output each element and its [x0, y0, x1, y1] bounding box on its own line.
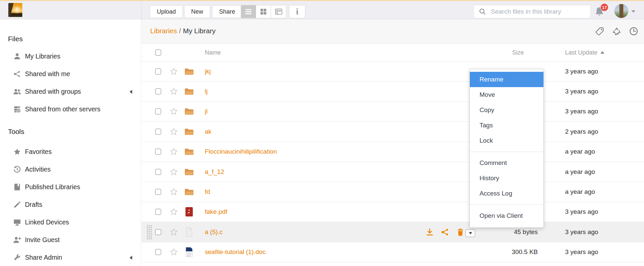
menu-item-move[interactable]: Move	[470, 87, 543, 102]
list-view-button[interactable]	[241, 5, 256, 18]
trash-button[interactable]	[611, 26, 622, 36]
sidebar-item-published-libraries[interactable]: Published Libraries	[0, 178, 141, 196]
caret-left-icon[interactable]	[130, 90, 132, 94]
star-outline-icon[interactable]	[169, 87, 178, 96]
file-name-link[interactable]: fd	[205, 188, 210, 196]
menu-item-tags[interactable]: Tags	[470, 118, 543, 133]
menu-item-copy[interactable]: Copy	[470, 102, 543, 118]
notifications-button[interactable]: 17	[594, 5, 609, 19]
tags-button[interactable]	[594, 26, 605, 36]
row-checkbox[interactable]	[155, 88, 161, 94]
select-all-checkbox[interactable]	[155, 50, 161, 56]
menu-item-rename[interactable]: Rename	[470, 72, 543, 87]
row-checkbox[interactable]	[155, 189, 161, 195]
star-outline-icon[interactable]	[169, 248, 178, 256]
menu-item-lock[interactable]: Lock	[470, 133, 543, 148]
drag-handle[interactable]	[147, 225, 152, 240]
star-outline-icon[interactable]	[169, 207, 178, 216]
table-row[interactable]: a_f_12a year ago	[142, 162, 644, 182]
star-outline-icon[interactable]	[169, 228, 178, 236]
grid-view-button[interactable]	[256, 5, 271, 18]
sidebar-item-invite-guest[interactable]: Invite Guest	[0, 231, 141, 249]
sidebar-item-my-libraries[interactable]: My Libraries	[0, 48, 141, 65]
table-row[interactable]: jkj3 years ago	[142, 62, 644, 81]
avatar-caret-icon[interactable]	[631, 10, 635, 13]
menu-item-open-via-client[interactable]: Open via Client	[470, 208, 543, 223]
star-outline-icon[interactable]	[169, 147, 178, 156]
caret-left-icon[interactable]	[130, 256, 132, 260]
table-row[interactable]: lj3 years ago	[142, 81, 644, 101]
breadcrumb: Libraries/My Library	[150, 27, 215, 35]
menu-item-history[interactable]: History	[470, 171, 543, 186]
sidebar-item-shared-with-me[interactable]: Shared with me	[0, 65, 141, 83]
sidebar-item-label: Shared from other servers	[25, 105, 101, 113]
star-outline-icon[interactable]	[169, 168, 178, 176]
sidebar-item-share-admin[interactable]: Share Admin	[0, 249, 141, 266]
file-name-link[interactable]: fake.pdf	[205, 208, 227, 215]
wrench-icon	[13, 253, 21, 262]
file-name-link[interactable]: seafile-tutorial (1).doc	[205, 248, 266, 256]
download-button[interactable]	[425, 227, 434, 236]
menu-divider	[470, 204, 543, 205]
row-checkbox[interactable]	[155, 249, 161, 255]
search-input[interactable]	[486, 5, 590, 18]
more-actions-dropdown-button[interactable]	[466, 229, 475, 237]
star-outline-icon[interactable]	[169, 107, 178, 116]
row-checkbox[interactable]	[155, 169, 161, 175]
sidebar-item-shared-from-other-servers[interactable]: Shared from other servers	[0, 100, 141, 118]
app-logo[interactable]	[8, 3, 22, 17]
file-name-link[interactable]: lj	[205, 88, 207, 95]
table-row[interactable]: Floccinaucinihilipilificationa year ago	[142, 142, 644, 162]
row-checkbox[interactable]	[155, 209, 161, 215]
column-header-name[interactable]: Name	[205, 49, 221, 56]
row-checkbox[interactable]	[155, 108, 161, 114]
new-button[interactable]: New	[184, 5, 210, 18]
column-header-size[interactable]: Size	[512, 49, 524, 56]
recycle-icon	[612, 26, 622, 36]
file-name-link[interactable]: a (5).c	[205, 228, 223, 236]
sidebar-item-drafts[interactable]: Drafts	[0, 196, 141, 213]
table-row[interactable]: a (5).c45 bytes3 years ago	[142, 222, 644, 242]
sidebar-item-favorites[interactable]: Favorites	[0, 143, 141, 161]
row-checkbox[interactable]	[155, 129, 161, 135]
sidebar-item-label: Shared with groups	[25, 88, 81, 95]
file-name-link[interactable]: ak	[205, 128, 211, 135]
menu-divider	[470, 152, 543, 152]
table-row[interactable]: seafile-tutorial (1).doc300.5 KB3 years …	[142, 242, 644, 262]
sidebar-item-label: Share Admin	[25, 254, 62, 261]
menu-item-access-log[interactable]: Access Log	[470, 186, 543, 201]
users-icon	[13, 87, 21, 96]
row-checkbox[interactable]	[155, 229, 161, 235]
folder-icon	[184, 106, 194, 116]
table-row[interactable]: ak2 years ago	[142, 122, 644, 142]
file-name-link[interactable]: a_f_12	[205, 168, 224, 176]
column-header-last-update[interactable]: Last Update	[565, 49, 604, 56]
sidebar-item-linked-devices[interactable]: Linked Devices	[0, 213, 141, 231]
sidebar-item-shared-with-groups[interactable]: Shared with groups	[0, 83, 141, 100]
file-name-link[interactable]: Floccinaucinihilipilification	[205, 148, 277, 155]
table-row[interactable]: fda year ago	[142, 182, 644, 202]
detail-view-icon	[274, 7, 283, 16]
breadcrumb-libraries-link[interactable]: Libraries	[150, 27, 177, 35]
star-outline-icon[interactable]	[169, 188, 178, 196]
table-row[interactable]: jl3 years ago	[142, 102, 644, 122]
table-row[interactable]: fake.pdf3 years ago	[142, 202, 644, 222]
upload-button[interactable]: Upload	[150, 5, 183, 18]
file-name-link[interactable]: jkj	[205, 68, 211, 75]
sidebar-item-activities[interactable]: Activities	[0, 161, 141, 178]
share-button[interactable]: Share	[212, 5, 242, 18]
avatar[interactable]	[614, 4, 628, 18]
share-button[interactable]	[441, 227, 450, 236]
detail-view-button[interactable]	[271, 5, 286, 18]
page-actions	[594, 26, 639, 36]
row-checkbox[interactable]	[155, 68, 161, 74]
sidebar-item-label: Invite Guest	[25, 236, 60, 244]
last-update: 3 years ago	[565, 248, 598, 256]
star-outline-icon[interactable]	[169, 127, 178, 136]
info-button[interactable]: i	[289, 5, 305, 18]
menu-item-comment[interactable]: Comment	[470, 155, 543, 171]
history-button[interactable]	[628, 26, 639, 36]
file-name-link[interactable]: jl	[205, 108, 207, 115]
star-outline-icon[interactable]	[169, 67, 178, 76]
row-checkbox[interactable]	[155, 149, 161, 155]
